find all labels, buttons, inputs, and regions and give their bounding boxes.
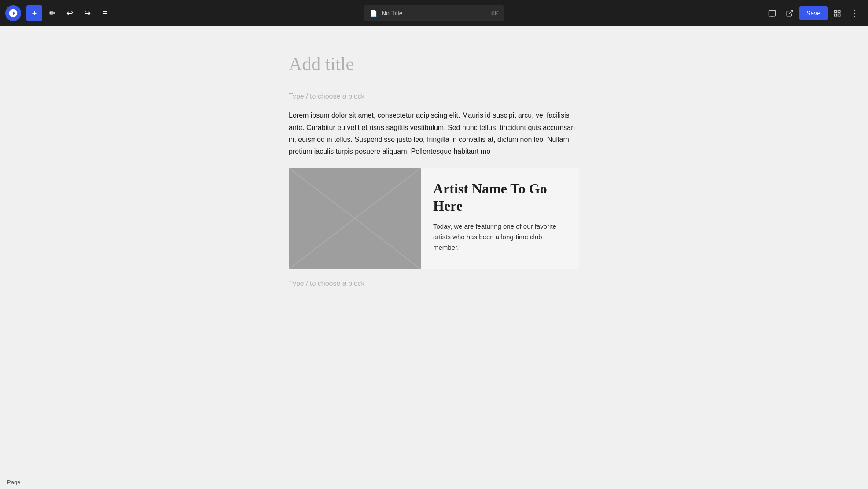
wp-logo[interactable] <box>5 5 21 21</box>
post-title[interactable]: Add title <box>289 53 579 75</box>
command-bar-shortcut: ⌘K <box>491 10 498 17</box>
list-view-button[interactable]: ≡ <box>97 5 113 21</box>
toolbar-center: 📄 No Title ⌘K <box>364 5 504 21</box>
tools-button[interactable]: ✏ <box>44 5 60 21</box>
svg-rect-4 <box>834 10 836 12</box>
command-bar-title: No Title <box>382 10 487 17</box>
preview-button[interactable] <box>764 5 780 21</box>
wp-logo-icon <box>8 8 18 18</box>
command-bar[interactable]: 📄 No Title ⌘K <box>364 5 504 21</box>
toolbar: + ✏ ↩ ↪ ≡ 📄 No Title ⌘K Save <box>0 0 868 26</box>
block-placeholder-2[interactable]: Type / to choose a block <box>289 280 579 288</box>
redo-button[interactable]: ↪ <box>79 5 95 21</box>
add-block-button[interactable]: + <box>26 5 42 21</box>
post-body[interactable]: Lorem ipsum dolor sit amet, consectetur … <box>289 109 579 157</box>
more-options-button[interactable]: ⋮ <box>847 5 863 21</box>
svg-rect-5 <box>838 10 840 12</box>
svg-line-3 <box>789 10 793 14</box>
status-bar: Page <box>0 475 88 489</box>
svg-rect-6 <box>838 14 840 16</box>
save-button[interactable]: Save <box>799 6 828 20</box>
view-site-button[interactable] <box>782 5 798 21</box>
media-text-block[interactable]: Artist Name To Go Here Today, we are fea… <box>289 168 579 269</box>
artist-name[interactable]: Artist Name To Go Here <box>433 180 567 214</box>
editor-area: Add title Type / to choose a block Lorem… <box>0 26 868 489</box>
status-label: Page <box>7 479 20 485</box>
artist-description[interactable]: Today, we are featuring one of our favor… <box>433 221 567 253</box>
placeholder-image-svg <box>289 168 421 269</box>
undo-button[interactable]: ↩ <box>62 5 77 21</box>
media-image-placeholder[interactable] <box>289 168 421 269</box>
svg-rect-7 <box>834 14 836 16</box>
block-placeholder-1[interactable]: Type / to choose a block <box>289 93 579 100</box>
settings-button[interactable] <box>829 5 845 21</box>
media-text-content: Artist Name To Go Here Today, we are fea… <box>421 168 579 269</box>
editor-content: Add title Type / to choose a block Lorem… <box>289 53 579 296</box>
document-icon: 📄 <box>370 10 377 17</box>
toolbar-right: Save ⋮ <box>764 5 863 21</box>
